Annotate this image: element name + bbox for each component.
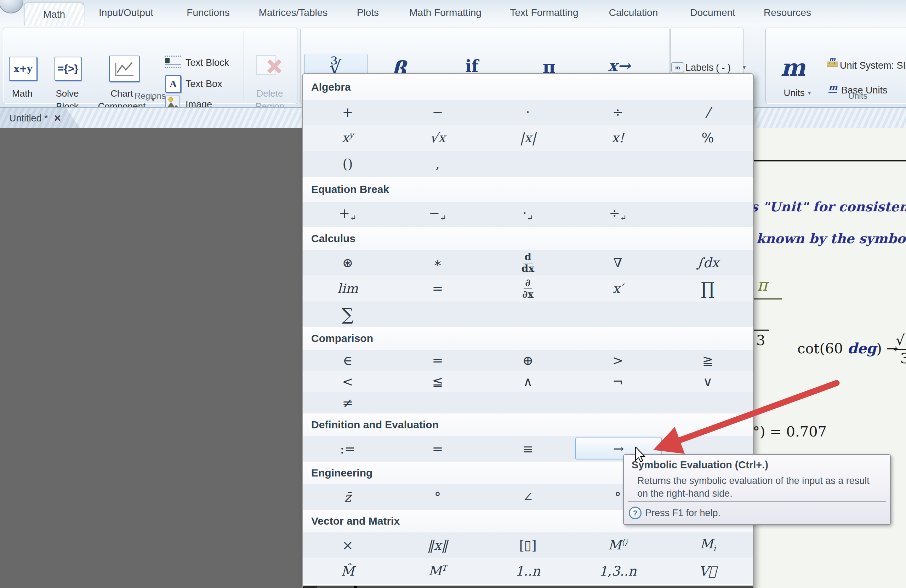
- units-icon[interactable]: m: [781, 54, 806, 81]
- tab-text-formatting[interactable]: Text Formatting: [510, 0, 579, 25]
- tab-math[interactable]: Math: [24, 3, 84, 26]
- operator-cell-lim[interactable]: lim: [305, 276, 390, 301]
- math-region-icon[interactable]: x+y: [9, 57, 37, 81]
- operator-cell-−[interactable]: −↵: [395, 202, 480, 227]
- chart-component-icon[interactable]: [109, 56, 139, 82]
- operator-cell-∑[interactable]: ∑: [305, 301, 390, 327]
- operator-cell-1,3..n[interactable]: 1,3..n: [575, 558, 660, 584]
- operator-row: +↵−↵·↵÷↵: [303, 202, 753, 227]
- operator-cell-/[interactable]: /: [665, 100, 750, 124]
- tab-matrices-tables[interactable]: Matrices/Tables: [259, 0, 328, 25]
- operator-cell-‖x‖[interactable]: ‖x‖: [395, 532, 480, 558]
- operator-cell-x[interactable]: xy: [305, 124, 390, 151]
- operator-cell-×[interactable]: ×: [305, 532, 390, 558]
- operator-cell-÷[interactable]: ÷: [575, 100, 660, 124]
- operator-cell-[▯][interactable]: [▯]: [485, 532, 570, 558]
- section-title: Vector and Matrix: [311, 515, 400, 527]
- chart-component-caret-icon[interactable]: ▼: [150, 96, 156, 104]
- labels-caret-icon[interactable]: ▾: [743, 64, 746, 71]
- operator-cell-∫dx[interactable]: ∫dx: [665, 250, 750, 276]
- operator-cell-∗[interactable]: ∗: [395, 250, 480, 276]
- operator-cell-≧[interactable]: ≧: [665, 350, 750, 371]
- operator-glyph: ∏: [701, 280, 715, 297]
- solve-block-icon[interactable]: ={>}: [54, 57, 81, 81]
- operator-cell-x′[interactable]: x′: [575, 276, 660, 301]
- operator-cell-<[interactable]: <: [305, 371, 390, 392]
- operator-cell-∏[interactable]: ∏: [665, 276, 750, 301]
- operator-cell-∠[interactable]: ∠: [485, 484, 570, 510]
- operator-cell-=[interactable]: =: [395, 276, 480, 301]
- math-button-label[interactable]: Math: [3, 87, 42, 100]
- units-caret-icon: ▾: [808, 89, 811, 97]
- operator-glyph: xy: [341, 131, 353, 145]
- operator-cell-M[interactable]: M⟨⟩: [575, 532, 660, 558]
- operator-cell-M[interactable]: MT: [395, 558, 480, 584]
- operator-cell-+[interactable]: +: [305, 100, 390, 124]
- operator-cell-∂[interactable]: ∂∂x: [485, 276, 570, 301]
- text-block-button-label[interactable]: Text Block: [185, 57, 229, 69]
- mathcad-window: MathInput/OutputFunctionsMatrices/Tables…: [0, 0, 906, 588]
- worksheet-radical-bar: [753, 330, 769, 331]
- operator-cell-−[interactable]: −: [395, 100, 480, 124]
- tab-document[interactable]: Document: [690, 0, 735, 25]
- operator-cell-≡[interactable]: ≡: [485, 436, 570, 462]
- text-box-button-label[interactable]: Text Box: [185, 78, 222, 89]
- operator-glyph: ·: [526, 106, 530, 119]
- operator-glyph: =: [432, 443, 443, 456]
- operator-row: ×‖x‖[▯]M⟨⟩Mi: [303, 532, 753, 558]
- operator-cell-∇[interactable]: ∇: [575, 250, 660, 276]
- operator-cell-∨[interactable]: ∨: [665, 371, 750, 392]
- tab-resources[interactable]: Resources: [764, 0, 811, 25]
- labels-button-label[interactable]: Labels: [686, 62, 714, 73]
- operator-cell-:=[interactable]: :=: [305, 436, 390, 462]
- operator-cell-M̂[interactable]: M̂: [305, 558, 390, 584]
- operator-cell-z̄[interactable]: z̄: [305, 484, 390, 510]
- operator-cell-∈[interactable]: ∈: [305, 350, 390, 371]
- operator-cell-%[interactable]: %: [665, 124, 750, 151]
- operator-cell-÷[interactable]: ÷↵: [575, 202, 660, 227]
- operator-cell-,[interactable]: ,: [395, 151, 480, 177]
- operator-row: ≠: [303, 392, 753, 413]
- tab-plots[interactable]: Plots: [357, 0, 379, 25]
- tab-functions[interactable]: Functions: [187, 0, 230, 25]
- document-tab-close-icon[interactable]: ✕: [54, 113, 62, 124]
- operator-glyph: ·↵: [523, 207, 533, 222]
- tab-input-output[interactable]: Input/Output: [99, 0, 153, 25]
- operator-cell-·[interactable]: ·: [485, 100, 570, 124]
- operator-cell-M[interactable]: Mi: [665, 532, 750, 558]
- operator-cell-≠[interactable]: ≠: [305, 392, 390, 413]
- application-button-icon[interactable]: [0, 0, 23, 13]
- text-block-icon[interactable]: [164, 54, 181, 70]
- operator-cell-+[interactable]: +↵: [305, 202, 390, 227]
- section-header-calculus: Calculus: [303, 227, 753, 250]
- operator-cell-⊛[interactable]: ⊛: [305, 250, 390, 276]
- text-box-icon[interactable]: A: [165, 75, 181, 93]
- unit-system-button-label[interactable]: Unit System: SI: [840, 60, 906, 71]
- operator-cell-x![interactable]: x!: [575, 124, 660, 151]
- operator-cell-≦[interactable]: ≦: [395, 371, 480, 392]
- operator-cell-°[interactable]: °: [395, 484, 480, 510]
- operator-cell->[interactable]: >: [575, 350, 660, 371]
- operator-cell-=[interactable]: =: [395, 350, 480, 371]
- operator-cell-·[interactable]: ·↵: [485, 202, 570, 227]
- operator-cell-1..n[interactable]: 1..n: [485, 558, 570, 584]
- operator-cell-d[interactable]: ddx: [485, 250, 570, 276]
- operator-glyph: ≦: [432, 375, 443, 388]
- operator-cell-√x[interactable]: √x: [395, 124, 480, 151]
- operator-cell-|x|[interactable]: |x|: [485, 124, 570, 151]
- operator-cell-¬[interactable]: ¬: [575, 371, 660, 392]
- units-button-label[interactable]: Units ▾: [784, 88, 811, 99]
- base-units-button-label[interactable]: Base Units: [841, 85, 888, 96]
- document-tab-untitled[interactable]: Untitled * ✕: [0, 108, 81, 129]
- tab-math-formatting[interactable]: Math Formatting: [409, 0, 482, 25]
- operator-cell-=[interactable]: =: [395, 436, 480, 462]
- worksheet-text-line2: known by the symbolics: [756, 231, 906, 246]
- operator-cell-⊕[interactable]: ⊕: [485, 350, 570, 371]
- symbolics-icon[interactable]: x→: [608, 57, 630, 75]
- operator-cell-V⃗[interactable]: V⃗: [665, 558, 750, 584]
- operator-cell-()[interactable]: (): [305, 151, 390, 177]
- programming-icon[interactable]: if: [465, 57, 478, 76]
- tab-calculation[interactable]: Calculation: [609, 0, 658, 25]
- operator-cell-∧[interactable]: ∧: [485, 371, 570, 392]
- section-title: Engineering: [311, 467, 372, 479]
